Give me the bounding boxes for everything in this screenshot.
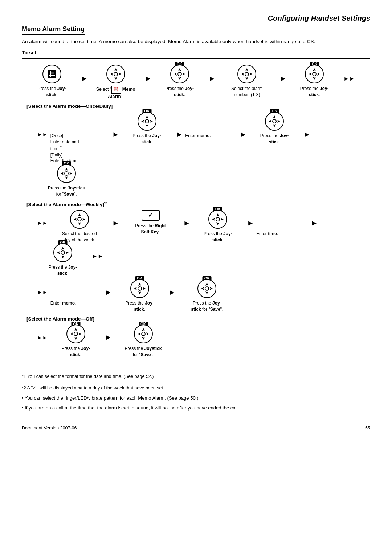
arrow-1: ►: [81, 74, 88, 83]
svg-marker-47: [57, 251, 60, 254]
step1-icon-wrapper: [42, 65, 61, 83]
step13-cell: OK Press the Joy-stick.: [192, 210, 243, 243]
arrow-11: ►: [112, 219, 119, 227]
step-row-5: ►► OK Press the Joy-stick.: [26, 325, 366, 358]
svg-marker-35: [78, 213, 81, 216]
svg-marker-3: [119, 73, 122, 76]
arrow-3: ►: [209, 74, 216, 83]
step6-caption: [Once]Enter date andtime.*1[Daily]Enter …: [50, 133, 79, 164]
step12-cell: ✓ Press the RightSoft Key.: [122, 210, 180, 235]
step4-caption: Select the alarmnumber. (1-3): [231, 86, 263, 98]
dot: [53, 71, 55, 73]
step5-caption: Press the Joy-stick.: [300, 86, 329, 98]
dot: [51, 76, 53, 78]
step18-cell: OK Press the Joy-stick for "Save".: [178, 279, 236, 313]
step-row-2: ►► [Once]Enter date andtime.*1[Daily]Ent…: [26, 112, 366, 197]
svg-marker-61: [74, 337, 77, 340]
footer-right: 55: [365, 425, 370, 430]
svg-point-24: [145, 119, 149, 123]
step7-icon-wrapper: OK: [138, 112, 156, 131]
svg-point-19: [313, 72, 316, 76]
svg-marker-33: [69, 172, 72, 175]
arrow-2: ►: [145, 74, 152, 83]
svg-marker-43: [221, 218, 224, 221]
svg-marker-31: [65, 176, 68, 179]
svg-point-39: [78, 217, 81, 221]
joystick-svg: [60, 167, 73, 180]
svg-marker-22: [141, 120, 144, 123]
joystick-svg: [173, 67, 187, 81]
footnote-1: *1 You can select the format for the dat…: [22, 373, 370, 380]
step1-caption: Press the Joy-stick.: [38, 86, 66, 98]
alarm-icon: ⏰: [111, 86, 121, 93]
header-line: [22, 11, 370, 12]
joystick-save-icon: [57, 164, 76, 183]
step3-icon-wrapper: OK: [170, 65, 189, 83]
svg-marker-11: [245, 77, 248, 80]
joystick-ok8-icon: [66, 325, 85, 343]
svg-marker-28: [277, 120, 280, 123]
step19-caption: Press the Joy-stick.: [61, 346, 90, 358]
svg-marker-46: [61, 256, 64, 258]
continuation-arrow-4: ►►: [37, 289, 48, 295]
svg-marker-27: [269, 120, 271, 123]
joystick-svg: [136, 327, 150, 341]
step11-cell: Select the desiredday of the week.: [50, 210, 109, 243]
joystick-svg: [240, 67, 254, 81]
menu-grid: [48, 70, 56, 78]
step12-caption: Press the RightSoft Key.: [135, 223, 166, 235]
soft-key-button: ✓: [142, 210, 160, 221]
step5-icon-wrapper: OK: [305, 65, 324, 83]
svg-point-29: [273, 119, 276, 123]
step18-icon-wrapper: OK: [197, 279, 216, 298]
joystick-svg: [109, 67, 123, 81]
svg-marker-52: [134, 287, 137, 290]
step1-cell: Press the Joy-stick.: [26, 65, 77, 98]
svg-marker-5: [178, 68, 181, 71]
step2-cell: Select "⏰ MemoAlarm".: [90, 65, 141, 100]
svg-marker-45: [61, 247, 64, 250]
arrow-13: ►: [247, 219, 254, 227]
svg-point-34: [65, 172, 68, 175]
sub-section-3: [Select the Alarm mode—Off]: [26, 316, 366, 322]
svg-marker-17: [309, 73, 311, 76]
dot: [49, 76, 50, 78]
step17-icon-wrapper: OK: [130, 279, 149, 298]
svg-point-44: [216, 217, 220, 221]
svg-marker-37: [74, 218, 77, 221]
step12-icon-wrapper: ✓: [142, 210, 160, 221]
step13-caption: Press the Joy-stick.: [204, 231, 232, 243]
joystick-save2-icon: [197, 279, 216, 298]
step10-caption: Press the Joystickfor "Save".: [48, 185, 85, 197]
diagram-box: Press the Joy-stick. ►: [22, 58, 370, 366]
svg-point-64: [74, 332, 78, 336]
continuation-arrow-3: ►►: [37, 220, 48, 226]
bullet-note-2: • If you are on a call at the time that …: [22, 404, 370, 412]
svg-marker-8: [183, 73, 185, 76]
joystick-svg: [307, 67, 321, 81]
svg-marker-65: [142, 328, 145, 331]
svg-marker-38: [82, 218, 85, 221]
svg-marker-32: [61, 172, 64, 175]
svg-marker-66: [142, 337, 145, 340]
step10-icon-wrapper: OK: [57, 164, 76, 183]
svg-marker-36: [78, 222, 81, 225]
step9-caption: Press the Joy-stick.: [260, 133, 289, 145]
step13-icon-wrapper: OK: [208, 210, 227, 229]
svg-marker-67: [138, 332, 140, 335]
step19-icon-wrapper: OK: [66, 325, 85, 343]
joystick-select-icon: [237, 65, 256, 83]
intro-text: An alarm will sound at the set time. A m…: [22, 38, 370, 45]
section-title: Memo Alarm Setting: [22, 25, 85, 35]
svg-marker-21: [146, 124, 148, 127]
svg-marker-25: [273, 115, 276, 118]
page-footer: Document Version 2007-06 55: [22, 423, 370, 430]
step2-icon-wrapper: [106, 65, 125, 83]
svg-marker-68: [146, 332, 149, 335]
step16-cell: Enter memo.: [50, 279, 101, 306]
joystick-svg: [73, 212, 86, 226]
arrow-14: ►: [311, 219, 318, 227]
step18-caption: Press the Joy-stick for "Save".: [191, 300, 223, 313]
joystick-ok4-icon: [265, 112, 284, 131]
bullet-note-1: • You can select the ringer/LED/vibrate …: [22, 395, 370, 402]
